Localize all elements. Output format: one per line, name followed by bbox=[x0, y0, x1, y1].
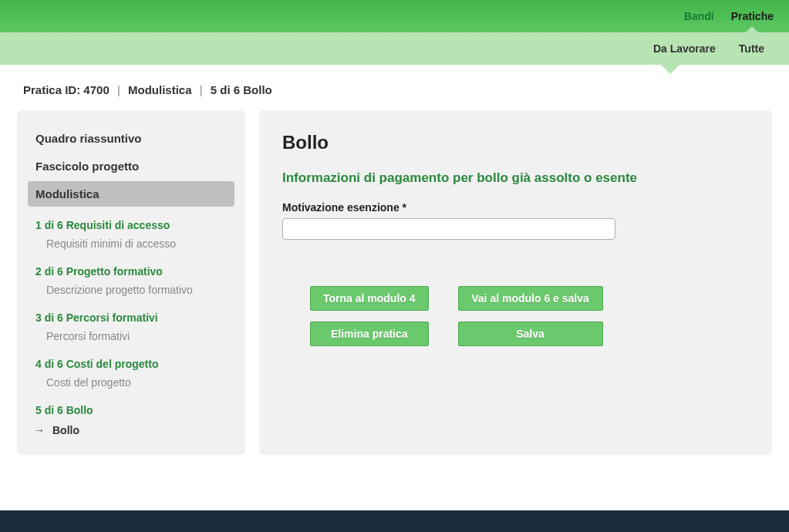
subnav-da-lavorare[interactable]: Da Lavorare bbox=[653, 42, 716, 55]
sidebar-fascicolo-progetto[interactable]: Fascicolo progetto bbox=[28, 153, 234, 179]
next-save-button[interactable]: Vai al modulo 6 e salva bbox=[458, 286, 603, 311]
breadcrumb-separator: | bbox=[200, 83, 203, 96]
breadcrumb-step: 5 di 6 Bollo bbox=[211, 83, 272, 96]
footer-bar bbox=[0, 510, 789, 532]
content-area: Quadro riassuntivo Fascicolo progetto Mo… bbox=[0, 110, 789, 455]
sidebar-module-1-sub[interactable]: Requisiti minimi di accesso bbox=[28, 234, 234, 253]
sidebar-module-5[interactable]: 5 di 6 Bollo bbox=[28, 401, 234, 419]
button-grid: Torna al modulo 4 Vai al modulo 6 e salv… bbox=[310, 286, 749, 346]
page-title: Bollo bbox=[282, 132, 749, 153]
sidebar-quadro-riassuntivo[interactable]: Quadro riassuntivo bbox=[28, 126, 234, 151]
back-button[interactable]: Torna al modulo 4 bbox=[310, 286, 429, 311]
save-button[interactable]: Salva bbox=[458, 322, 603, 346]
sidebar-module-3[interactable]: 3 di 6 Percorsi formativi bbox=[28, 308, 234, 327]
nav-pratiche[interactable]: Pratiche bbox=[731, 10, 774, 22]
sidebar-module-1[interactable]: 1 di 6 Requisiti di accesso bbox=[28, 216, 234, 234]
sidebar-module-3-sub[interactable]: Percorsi formativi bbox=[28, 327, 234, 345]
breadcrumb-modulistica: Modulistica bbox=[128, 83, 192, 96]
arrow-right-icon bbox=[46, 424, 48, 436]
breadcrumb-separator: | bbox=[117, 83, 120, 96]
sidebar-module-5-sub[interactable]: Bollo bbox=[28, 419, 234, 439]
subnav-tutte[interactable]: Tutte bbox=[739, 42, 764, 55]
delete-button[interactable]: Elimina pratica bbox=[310, 322, 429, 346]
sidebar-module-4-sub[interactable]: Costi del progetto bbox=[28, 373, 234, 392]
sub-banner: Da Lavorare Tutte bbox=[0, 32, 789, 65]
main-panel: Bollo Informazioni di pagamento per boll… bbox=[259, 110, 772, 455]
sidebar-module-4[interactable]: 4 di 6 Costi del progetto bbox=[28, 355, 234, 373]
section-title: Informazioni di pagamento per bollo già … bbox=[282, 170, 749, 186]
breadcrumb-pratica-id: Pratica ID: 4700 bbox=[23, 83, 110, 96]
sidebar-module-2[interactable]: 2 di 6 Progetto formativo bbox=[28, 262, 234, 281]
sidebar-module-2-sub[interactable]: Descrizione progetto formativo bbox=[28, 281, 234, 299]
top-banner: Bandi Pratiche bbox=[0, 0, 789, 32]
sidebar: Quadro riassuntivo Fascicolo progetto Mo… bbox=[17, 110, 245, 455]
motivazione-input[interactable] bbox=[282, 218, 615, 240]
sidebar-modulistica[interactable]: Modulistica bbox=[28, 181, 234, 207]
sidebar-module-5-sub-label: Bollo bbox=[52, 424, 79, 436]
motivazione-label: Motivazione esenzione * bbox=[282, 201, 749, 214]
nav-bandi[interactable]: Bandi bbox=[684, 10, 714, 22]
